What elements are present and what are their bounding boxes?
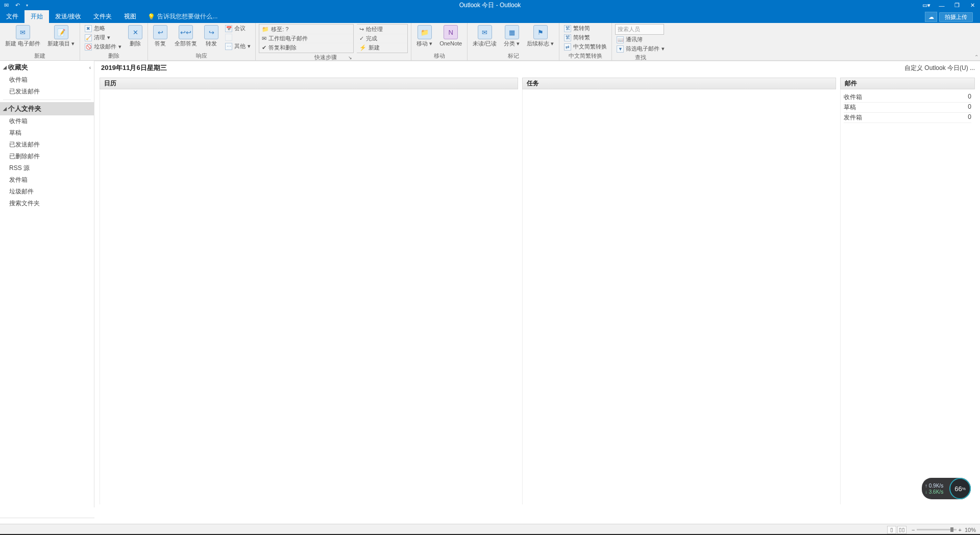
qs-moveto[interactable]: 📁 移至: ? [260, 25, 353, 34]
zoom-slider[interactable]: − + [909, 527, 965, 533]
quick-steps-list[interactable]: 📁 移至: ? ✉ 工作组电子邮件 ✔ 答复和删除 [259, 24, 354, 53]
view-reading-icon[interactable]: ▯▯ [897, 526, 906, 534]
customize-outlook-today-link[interactable]: 自定义 Outlook 今日(U) ... [904, 64, 975, 72]
window-title: Outlook 今日 - Outlook [459, 1, 521, 10]
tasks-panel-body [522, 89, 836, 504]
sidebar-item-deleted[interactable]: 已删除邮件 [0, 151, 94, 162]
sidebar-item-sent[interactable]: 已发送邮件 [0, 86, 94, 98]
collapse-sidebar-icon[interactable]: ‹ [89, 65, 91, 70]
date-bar: 2019年11月6日星期三 自定义 Outlook 今日(U) ... [94, 61, 980, 75]
unread-button[interactable]: ✉未读/已读 [471, 24, 499, 47]
simp-to-trad-button[interactable]: 繁简转繁 [562, 33, 608, 42]
broom-icon: 🧹 [85, 34, 92, 41]
qs-manager[interactable]: ↪ 给经理 [357, 25, 407, 34]
tell-me-label: 告诉我您想要做什么... [157, 12, 217, 21]
collapse-ribbon-icon[interactable]: ⌃ [974, 54, 978, 60]
group-label-respond: 响应 [151, 52, 252, 60]
ignore-icon: ✖ [85, 25, 92, 32]
calendar-panel-header: 日历 [100, 78, 518, 89]
mail-row-inbox[interactable]: 收件箱0 [844, 92, 971, 103]
qs-replydel[interactable]: ✔ 答复和删除 [260, 43, 353, 52]
ignore-button[interactable]: ✖忽略 [83, 24, 123, 33]
ribbon-group-quicksteps: 📁 移至: ? ✉ 工作组电子邮件 ✔ 答复和删除 ↪ 给经理 ✓ 完成 ⚡ 新… [256, 23, 411, 60]
new-email-button[interactable]: ✉新建 电子邮件 [3, 24, 42, 47]
delete-button[interactable]: ✕删除 [126, 24, 144, 47]
sidebar-item-inbox2[interactable]: 收件箱 [0, 115, 94, 127]
personal-folders-header[interactable]: ◢个人文件夹 [0, 102, 94, 115]
sidebar-item-outbox[interactable]: 发件箱 [0, 174, 94, 186]
ribbon-group-find: 搜索人员 📖通讯簿 ▼筛选电子邮件 ▾ 查找 [612, 23, 669, 60]
items-icon: 📝 [54, 25, 68, 39]
maximize-button[interactable]: ❐ [949, 0, 965, 11]
dialog-launcher-icon[interactable]: ↘ [348, 55, 352, 60]
search-people-input[interactable]: 搜索人员 [615, 24, 664, 35]
tasks-panel: 任务 [522, 78, 836, 504]
meeting-button[interactable]: 📅会议 [224, 24, 252, 33]
tab-view[interactable]: 视图 [118, 10, 142, 23]
group-label-delete: 删除 [83, 52, 144, 60]
close-button[interactable]: ✕ [965, 0, 980, 11]
more-respond-button[interactable]: ⋯其他 ▾ [224, 42, 252, 51]
minimize-button[interactable]: — [934, 0, 949, 11]
calendar-panel: 日历 [100, 78, 518, 504]
ribbon-display-icon[interactable]: ▭▾ [919, 0, 934, 11]
app-icon: ✉ [2, 2, 10, 10]
today-date: 2019年11月6日星期三 [101, 63, 167, 72]
network-widget[interactable]: ↑ 0.9K/s ↓ 3.6K/s 66% [922, 478, 971, 499]
quick-access-toolbar: ✉ ↶ ▾ [0, 2, 30, 10]
tab-sendreceive[interactable]: 发送/接收 [49, 10, 87, 23]
filter-email-button[interactable]: ▼筛选电子邮件 ▾ [615, 44, 666, 53]
tab-folder[interactable]: 文件夹 [87, 10, 118, 23]
cn-convert-button[interactable]: ⇄中文简繁转换 [562, 42, 608, 51]
sidebar-item-sent2[interactable]: 已发送邮件 [0, 139, 94, 151]
mail-panel-body: 收件箱0 草稿0 发件箱0 [840, 89, 975, 504]
tab-file[interactable]: 文件 [0, 10, 24, 23]
qs-teammail[interactable]: ✉ 工作组电子邮件 [260, 34, 353, 43]
zoom-in-icon[interactable]: + [959, 527, 962, 533]
quick-steps-list-2[interactable]: ↪ 给经理 ✓ 完成 ⚡ 新建 [357, 24, 408, 53]
sidebar-item-junk[interactable]: 垃圾邮件 [0, 186, 94, 198]
view-switcher: ▯ ▯▯ [887, 526, 909, 534]
forward-button[interactable]: ↪转发 [202, 24, 220, 47]
mail-icon: ✉ [16, 25, 30, 39]
mail-row-drafts[interactable]: 草稿0 [844, 103, 971, 113]
junk-button[interactable]: 🚫垃圾邮件 ▾ [83, 42, 123, 51]
sidebar-item-search[interactable]: 搜索文件夹 [0, 198, 94, 209]
qs-new[interactable]: ⚡ 新建 [357, 43, 407, 52]
qs-done[interactable]: ✓ 完成 [357, 34, 407, 43]
trad-to-simp-button[interactable]: 繁繁转简 [562, 24, 608, 33]
clean-button[interactable]: 🧹清理 ▾ [83, 33, 123, 42]
cloud-icon[interactable]: ☁ [925, 12, 937, 22]
envelope-icon: ✉ [478, 25, 492, 39]
undo-icon[interactable]: ↶ [13, 2, 21, 10]
tell-me-box[interactable]: 💡告诉我您想要做什么... [142, 10, 223, 23]
funnel-icon: ▼ [617, 45, 624, 53]
view-normal-icon[interactable]: ▯ [887, 526, 896, 534]
reply-button[interactable]: ↩答复 [151, 24, 169, 47]
mail-panel: 邮件 收件箱0 草稿0 发件箱0 [840, 78, 975, 504]
reply-all-button[interactable]: ↩↩全部答复 [173, 24, 199, 47]
address-book-button[interactable]: 📖通讯簿 [615, 35, 666, 44]
favorites-header[interactable]: ◢收藏夹‹ [0, 61, 94, 74]
qat-dropdown-icon[interactable]: ▾ [26, 3, 28, 8]
sidebar-item-rss[interactable]: RSS 源 [0, 162, 94, 174]
calendar-panel-body [100, 89, 518, 504]
group-label-chinese: 中文简繁转换 [562, 52, 608, 60]
onenote-button[interactable]: NOneNote [437, 24, 464, 47]
ribbon-group-move: 📁移动 ▾ NOneNote 移动 [411, 23, 468, 60]
zoom-percent[interactable]: 10% [965, 527, 980, 533]
ribbon-group-tags: ✉未读/已读 ▦分类 ▾ ⚑后续标志 ▾ 标记 [468, 23, 559, 60]
new-item-button[interactable]: 📝新建项目 ▾ [45, 24, 77, 47]
followup-button[interactable]: ⚑后续标志 ▾ [525, 24, 556, 47]
switch-upload-button[interactable]: 拍摄上传 [939, 12, 973, 22]
sidebar-item-inbox[interactable]: 收件箱 [0, 74, 94, 86]
delete-icon: ✕ [128, 25, 142, 39]
categorize-button[interactable]: ▦分类 ▾ [502, 24, 522, 47]
move-button[interactable]: 📁移动 ▾ [414, 24, 434, 47]
sidebar-item-drafts[interactable]: 草稿 [0, 127, 94, 139]
divider [3, 100, 91, 100]
tab-home[interactable]: 开始 [24, 10, 49, 23]
zoom-out-icon[interactable]: − [912, 527, 915, 533]
mail-row-outbox[interactable]: 发件箱0 [844, 113, 971, 123]
group-label-tags: 标记 [471, 52, 556, 60]
